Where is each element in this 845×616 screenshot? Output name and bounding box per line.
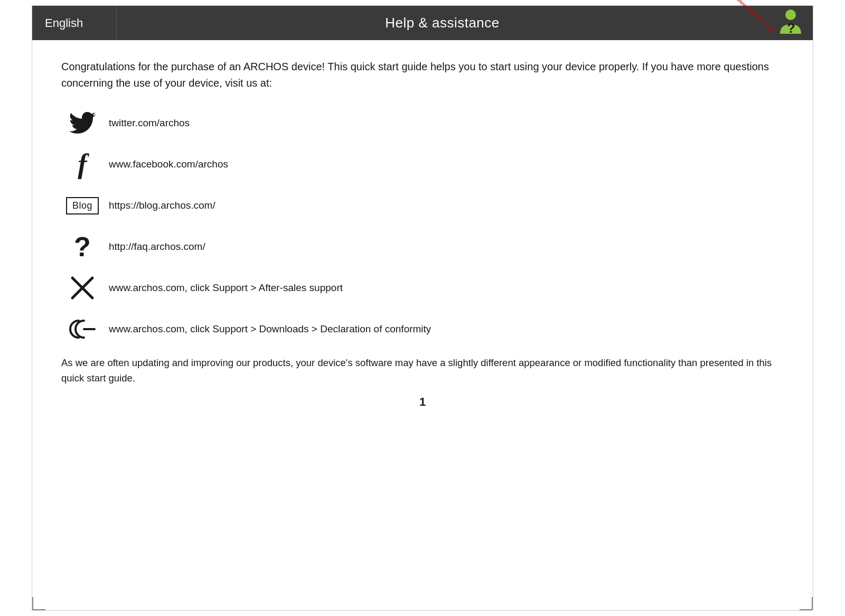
- facebook-icon: f: [61, 151, 104, 178]
- help-icon-box: ?: [768, 6, 813, 40]
- twitter-link[interactable]: twitter.com/archos: [109, 117, 190, 129]
- header-title: Help & assistance: [117, 6, 768, 40]
- question-mark-icon: ?: [74, 233, 91, 260]
- links-list: twitter.com/archos f www.facebook.com/ar…: [61, 107, 784, 345]
- svg-text:?: ?: [787, 20, 795, 36]
- language-tab: English: [32, 6, 117, 40]
- corner-br: [800, 597, 813, 610]
- faq-link[interactable]: http://faq.archos.com/: [109, 241, 205, 253]
- blog-icon: Blog: [61, 197, 104, 214]
- list-item: f www.facebook.com/archos: [61, 148, 784, 180]
- facebook-f-icon: f: [78, 151, 87, 178]
- list-item: Blog https://blog.archos.com/: [61, 190, 784, 221]
- blog-badge: Blog: [66, 197, 99, 214]
- support-link[interactable]: www.archos.com, click Support > After-sa…: [109, 282, 343, 294]
- intro-paragraph: Congratulations for the purchase of an A…: [61, 59, 784, 91]
- list-item: www.archos.com, click Support > After-sa…: [61, 272, 784, 304]
- page-container: Downloaded from www.vandenborre.be Engli…: [32, 5, 813, 611]
- help-person-icon: ?: [775, 7, 806, 39]
- footer-paragraph: As we are often updating and improving o…: [61, 356, 784, 386]
- page-number: 1: [61, 395, 784, 409]
- facebook-link[interactable]: www.facebook.com/archos: [109, 158, 228, 170]
- blog-link[interactable]: https://blog.archos.com/: [109, 200, 215, 211]
- list-item: twitter.com/archos: [61, 107, 784, 139]
- twitter-bird-icon: [69, 112, 96, 134]
- ce-icon: [61, 317, 104, 341]
- twitter-icon: [61, 112, 104, 134]
- list-item: www.archos.com, click Support > Download…: [61, 313, 784, 345]
- ce-link[interactable]: www.archos.com, click Support > Download…: [109, 323, 431, 335]
- header-bar: Downloaded from www.vandenborre.be Engli…: [32, 6, 813, 40]
- corner-bl: [32, 597, 45, 610]
- list-item: ? http://faq.archos.com/: [61, 231, 784, 263]
- faq-icon: ?: [61, 233, 104, 260]
- content-area: Congratulations for the purchase of an A…: [32, 40, 813, 425]
- svg-point-0: [785, 10, 796, 20]
- support-icon: [61, 276, 104, 300]
- ce-mark-icon: [67, 317, 98, 341]
- language-label: English: [45, 16, 83, 30]
- cross-icon: [70, 276, 95, 300]
